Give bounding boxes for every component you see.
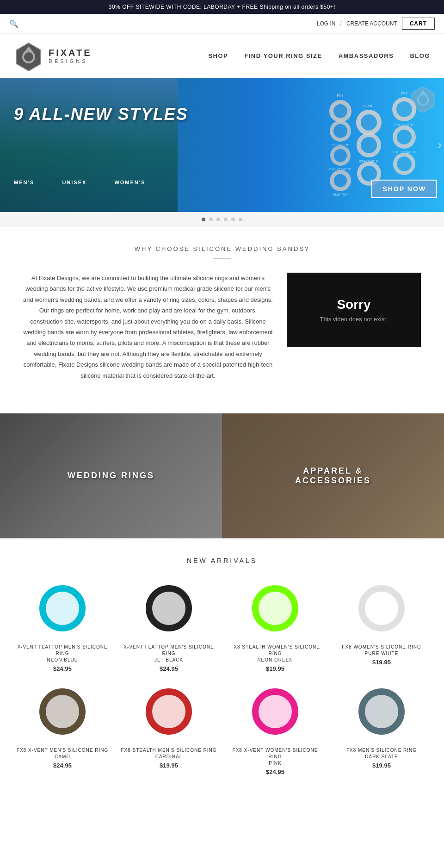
logo: FIXATE DESIGNS [14,41,92,71]
product-img-0 [14,578,111,638]
product-card-3[interactable]: FX8 WOMEN'S SILICONE RINGPURE WHITE $19.… [333,578,430,672]
why-section: WHY CHOOSE SILICONE WEDDING BANDS? At Fi… [0,227,444,390]
product-ring-1 [146,585,192,631]
hero-dot-4[interactable] [224,218,228,221]
nav-right: LOG IN / CREATE ACCOUNT CART [317,18,435,30]
why-video: Sorry This video does not exist. [287,273,421,347]
product-price-3: $19.95 [333,659,430,666]
wedding-rings-label: WEDDING RINGS [68,471,154,481]
product-card-5[interactable]: FX8 STEALTH MEN'S SILICONE RINGCARDINAL … [120,681,217,775]
product-card-4[interactable]: FX8 X-VENT MEN'S SILICONE RINGCAMO $24.9… [14,681,111,775]
create-account-link[interactable]: CREATE ACCOUNT [346,20,397,27]
hero-next-arrow[interactable]: › [438,138,442,151]
apparel-label: APPAREL & ACCESSORIES [295,466,371,486]
login-link[interactable]: LOG IN [317,20,336,27]
product-img-5 [120,681,217,742]
nav-bar: 🔍 LOG IN / CREATE ACCOUNT CART [0,14,444,34]
product-price-7: $19.95 [333,762,430,769]
hero-text-area: 9 ALL-NEW STYLES MEN'S UNISEX WOMEN'S [14,105,188,185]
product-name-4: FX8 X-VENT MEN'S SILICONE RINGCAMO [14,747,111,760]
why-body-text: At Fixate Designs, we are committed to b… [23,273,273,381]
product-name-1: X-VENT FLATTOP MEN'S SILICONE RINGJET BL… [120,644,217,663]
top-banner: 30% OFF SITEWIDE WITH CODE: LABORDAY + F… [0,0,444,14]
product-img-7 [333,681,430,742]
product-name-0: X-VENT FLATTOP MEN'S SILICONE RINGNEON B… [14,644,111,663]
product-price-0: $24.95 [14,665,111,672]
why-divider [213,258,231,259]
product-price-1: $24.95 [120,665,217,672]
main-nav: FIXATE DESIGNS SHOP FIND YOUR RING SIZE … [0,34,444,78]
product-card-6[interactable]: FX8 X-VENT WOMEN'S SILICONE RINGPINK $24… [227,681,324,775]
main-navigation: SHOP FIND YOUR RING SIZE AMBASSADORS BLO… [208,52,430,59]
why-title: WHY CHOOSE SILICONE WEDDING BANDS? [9,245,435,252]
nav-blog[interactable]: BLOG [410,52,430,59]
shop-now-button[interactable]: SHOP NOW [371,180,437,198]
product-img-2 [227,578,324,638]
product-name-5: FX8 STEALTH MEN'S SILICONE RINGCARDINAL [120,747,217,760]
product-ring-2 [252,585,298,631]
search-button[interactable]: 🔍 [9,19,18,28]
product-card-2[interactable]: FX8 STEALTH WOMEN'S SILICONE RINGNEON GR… [227,578,324,672]
hero-dot-1[interactable] [202,218,205,221]
product-img-1 [120,578,217,638]
product-name-3: FX8 WOMEN'S SILICONE RINGPURE WHITE [333,644,430,657]
product-price-2: $19.95 [227,665,324,672]
product-ring-6 [252,688,298,735]
product-name-2: FX8 STEALTH WOMEN'S SILICONE RINGNEON GR… [227,644,324,663]
category-section: WEDDING RINGS APPAREL & ACCESSORIES [0,413,444,538]
product-card-7[interactable]: FX8 MEN'S SILICONE RINGDARK SLATE $19.95 [333,681,430,775]
products-grid: X-VENT FLATTOP MEN'S SILICONE RINGNEON B… [9,578,435,775]
product-name-6: FX8 X-VENT WOMEN'S SILICONE RINGPINK [227,747,324,767]
product-img-3 [333,578,430,638]
product-ring-4 [39,688,86,735]
apparel-overlay: APPAREL & ACCESSORIES [222,413,444,538]
product-ring-5 [146,688,192,735]
logo-icon [14,41,44,71]
hero-label-womens: WOMEN'S [114,180,145,185]
product-ring-3 [358,585,405,631]
nav-separator: / [340,20,342,27]
hero-dots [0,212,444,227]
product-card-1[interactable]: X-VENT FLATTOP MEN'S SILICONE RINGJET BL… [120,578,217,672]
category-wedding-rings[interactable]: WEDDING RINGS [0,413,222,538]
product-ring-0 [39,585,86,631]
nav-shop[interactable]: SHOP [208,52,228,59]
nav-left: 🔍 [9,19,18,28]
hero-rings-left: FX8 FX8 X-VENT FX8 STEALTH FLATTOP [329,85,352,205]
why-content: At Fixate Designs, we are committed to b… [9,273,435,381]
hero-category-labels: MEN'S UNISEX WOMEN'S [14,180,188,185]
product-card-0[interactable]: X-VENT FLATTOP MEN'S SILICONE RINGNEON B… [14,578,111,672]
nav-ambassadors[interactable]: AMBASSADORS [339,52,394,59]
product-price-6: $24.95 [227,768,324,775]
hero-label-mens: MEN'S [14,180,34,185]
hero-dot-2[interactable] [209,218,213,221]
logo-text: FIXATE DESIGNS [49,48,92,64]
product-img-4 [14,681,111,742]
product-ring-7 [358,688,405,735]
top-banner-text: 30% OFF SITEWIDE WITH CODE: LABORDAY + F… [109,4,335,10]
cart-button[interactable]: CART [402,18,435,30]
hero-rings-right: FX8 FX8 X-VENT FX8 STEALTH SHOP NOW [371,85,437,205]
category-apparel[interactable]: APPAREL & ACCESSORIES [222,413,444,538]
video-sorry-text: Sorry [337,297,370,312]
hero-dot-5[interactable] [231,218,235,221]
product-img-6 [227,681,324,742]
hero-dot-6[interactable] [239,218,242,221]
product-name-7: FX8 MEN'S SILICONE RINGDARK SLATE [333,747,430,760]
hero-label-unisex: UNISEX [62,180,86,185]
nav-ring-size[interactable]: FIND YOUR RING SIZE [244,52,322,59]
wedding-rings-overlay: WEDDING RINGS [0,413,222,538]
new-arrivals-section: NEW ARRIVALS X-VENT FLATTOP MEN'S SILICO… [0,538,444,794]
new-arrivals-title: NEW ARRIVALS [9,557,435,564]
product-price-4: $24.95 [14,762,111,769]
product-price-5: $19.95 [120,762,217,769]
hero-title: 9 ALL-NEW STYLES [14,105,188,124]
hero-banner: 9 ALL-NEW STYLES MEN'S UNISEX WOMEN'S FX… [0,78,444,212]
hero-dot-3[interactable] [216,218,220,221]
video-sorry-sub: This video does not exist. [320,316,388,323]
